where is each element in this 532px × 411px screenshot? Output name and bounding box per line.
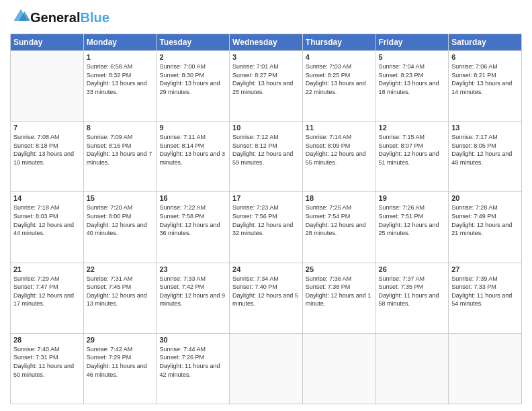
day-info: Sunrise: 7:28 AMSunset: 7:49 PMDaylight:… <box>451 203 519 237</box>
calendar-cell: 13Sunrise: 7:17 AMSunset: 8:05 PMDayligh… <box>449 122 522 192</box>
day-number: 17 <box>232 194 300 202</box>
calendar-cell: 8Sunrise: 7:09 AMSunset: 8:16 PMDaylight… <box>83 122 157 192</box>
week-row-2: 14Sunrise: 7:18 AMSunset: 8:03 PMDayligh… <box>11 192 522 263</box>
day-number: 11 <box>306 124 373 132</box>
weekday-header-friday: Friday <box>375 34 449 51</box>
calendar-cell: 2Sunrise: 7:00 AMSunset: 8:30 PMDaylight… <box>157 51 230 122</box>
day-number: 20 <box>451 194 519 202</box>
calendar-cell: 14Sunrise: 7:18 AMSunset: 8:03 PMDayligh… <box>11 192 84 263</box>
calendar-cell: 20Sunrise: 7:28 AMSunset: 7:49 PMDayligh… <box>449 192 522 263</box>
day-info: Sunrise: 7:22 AMSunset: 7:58 PMDaylight:… <box>159 203 226 237</box>
day-number: 27 <box>451 265 519 273</box>
calendar-cell: 28Sunrise: 7:40 AMSunset: 7:31 PMDayligh… <box>11 333 84 404</box>
day-info: Sunrise: 7:11 AMSunset: 8:14 PMDaylight:… <box>159 133 226 167</box>
day-info: Sunrise: 7:44 AMSunset: 7:26 PMDaylight:… <box>159 345 226 379</box>
day-info: Sunrise: 7:12 AMSunset: 8:12 PMDaylight:… <box>232 133 300 167</box>
week-row-0: 1Sunrise: 6:58 AMSunset: 8:32 PMDaylight… <box>11 51 522 122</box>
weekday-header-thursday: Thursday <box>302 34 375 51</box>
day-info: Sunrise: 7:08 AMSunset: 8:18 PMDaylight:… <box>13 133 81 167</box>
day-number: 10 <box>232 124 300 132</box>
calendar-cell: 3Sunrise: 7:01 AMSunset: 8:27 PMDaylight… <box>230 51 303 122</box>
calendar-cell: 23Sunrise: 7:33 AMSunset: 7:42 PMDayligh… <box>157 263 230 333</box>
day-number: 3 <box>232 53 300 61</box>
day-info: Sunrise: 7:15 AMSunset: 8:07 PMDaylight:… <box>379 133 446 167</box>
weekday-header-row: SundayMondayTuesdayWednesdayThursdayFrid… <box>11 34 522 51</box>
day-number: 14 <box>13 194 81 202</box>
day-number: 12 <box>379 124 446 132</box>
page: GeneralBlue SundayMondayTuesdayWednesday… <box>0 0 532 411</box>
calendar-cell: 17Sunrise: 7:23 AMSunset: 7:56 PMDayligh… <box>230 192 303 263</box>
week-row-3: 21Sunrise: 7:29 AMSunset: 7:47 PMDayligh… <box>11 263 522 333</box>
calendar-cell <box>302 333 375 404</box>
day-info: Sunrise: 7:23 AMSunset: 7:56 PMDaylight:… <box>232 203 300 237</box>
day-number: 13 <box>451 124 519 132</box>
day-info: Sunrise: 7:18 AMSunset: 8:03 PMDaylight:… <box>13 203 81 237</box>
day-number: 16 <box>159 194 226 202</box>
calendar-cell: 26Sunrise: 7:37 AMSunset: 7:35 PMDayligh… <box>375 263 449 333</box>
weekday-header-tuesday: Tuesday <box>157 34 230 51</box>
day-number: 24 <box>232 265 300 273</box>
calendar-cell: 21Sunrise: 7:29 AMSunset: 7:47 PMDayligh… <box>11 263 84 333</box>
calendar-cell: 19Sunrise: 7:26 AMSunset: 7:51 PMDayligh… <box>375 192 449 263</box>
calendar-cell: 22Sunrise: 7:31 AMSunset: 7:45 PMDayligh… <box>83 263 157 333</box>
week-row-1: 7Sunrise: 7:08 AMSunset: 8:18 PMDaylight… <box>11 122 522 192</box>
day-number: 6 <box>451 53 519 61</box>
weekday-header-sunday: Sunday <box>11 34 84 51</box>
day-number: 19 <box>379 194 446 202</box>
day-number: 4 <box>306 53 373 61</box>
logo-text: GeneralBlue <box>30 10 109 25</box>
calendar-cell: 11Sunrise: 7:14 AMSunset: 8:09 PMDayligh… <box>302 122 375 192</box>
calendar-cell: 10Sunrise: 7:12 AMSunset: 8:12 PMDayligh… <box>230 122 303 192</box>
day-number: 15 <box>87 194 154 202</box>
calendar-cell: 27Sunrise: 7:39 AMSunset: 7:33 PMDayligh… <box>449 263 522 333</box>
day-info: Sunrise: 7:20 AMSunset: 8:00 PMDaylight:… <box>87 203 154 237</box>
day-info: Sunrise: 7:26 AMSunset: 7:51 PMDaylight:… <box>379 203 446 237</box>
day-info: Sunrise: 7:40 AMSunset: 7:31 PMDaylight:… <box>13 345 81 379</box>
weekday-header-monday: Monday <box>83 34 157 51</box>
calendar-cell: 4Sunrise: 7:03 AMSunset: 8:25 PMDaylight… <box>302 51 375 122</box>
calendar-cell: 7Sunrise: 7:08 AMSunset: 8:18 PMDaylight… <box>11 122 84 192</box>
week-row-4: 28Sunrise: 7:40 AMSunset: 7:31 PMDayligh… <box>11 333 522 404</box>
day-info: Sunrise: 7:01 AMSunset: 8:27 PMDaylight:… <box>232 62 300 96</box>
day-info: Sunrise: 7:34 AMSunset: 7:40 PMDaylight:… <box>232 275 300 308</box>
day-number: 21 <box>13 265 81 273</box>
day-number: 2 <box>159 53 226 61</box>
day-number: 23 <box>159 265 226 273</box>
day-info: Sunrise: 7:17 AMSunset: 8:05 PMDaylight:… <box>451 133 519 167</box>
day-number: 25 <box>306 265 373 273</box>
day-number: 7 <box>13 124 81 132</box>
weekday-header-saturday: Saturday <box>449 34 522 51</box>
day-number: 29 <box>87 336 154 344</box>
calendar-table: SundayMondayTuesdayWednesdayThursdayFrid… <box>10 34 522 404</box>
calendar-cell: 30Sunrise: 7:44 AMSunset: 7:26 PMDayligh… <box>157 333 230 404</box>
calendar-cell: 15Sunrise: 7:20 AMSunset: 8:00 PMDayligh… <box>83 192 157 263</box>
calendar-cell <box>375 333 449 404</box>
day-number: 1 <box>87 53 154 61</box>
calendar-cell: 1Sunrise: 6:58 AMSunset: 8:32 PMDaylight… <box>83 51 157 122</box>
header: GeneralBlue <box>10 7 522 28</box>
day-info: Sunrise: 6:58 AMSunset: 8:32 PMDaylight:… <box>87 62 154 96</box>
day-number: 18 <box>306 194 373 202</box>
day-number: 28 <box>13 336 81 344</box>
day-info: Sunrise: 7:03 AMSunset: 8:25 PMDaylight:… <box>306 62 373 96</box>
day-info: Sunrise: 7:37 AMSunset: 7:35 PMDaylight:… <box>379 275 446 308</box>
day-info: Sunrise: 7:29 AMSunset: 7:47 PMDaylight:… <box>13 275 81 308</box>
day-info: Sunrise: 7:06 AMSunset: 8:21 PMDaylight:… <box>451 62 519 96</box>
calendar-cell: 24Sunrise: 7:34 AMSunset: 7:40 PMDayligh… <box>230 263 303 333</box>
day-number: 30 <box>159 336 226 344</box>
day-number: 22 <box>87 265 154 273</box>
day-info: Sunrise: 7:36 AMSunset: 7:38 PMDaylight:… <box>306 275 373 308</box>
day-number: 5 <box>379 53 446 61</box>
day-info: Sunrise: 7:00 AMSunset: 8:30 PMDaylight:… <box>159 62 226 96</box>
day-info: Sunrise: 7:39 AMSunset: 7:33 PMDaylight:… <box>451 275 519 308</box>
day-number: 9 <box>159 124 226 132</box>
calendar-cell <box>230 333 303 404</box>
calendar-cell: 12Sunrise: 7:15 AMSunset: 8:07 PMDayligh… <box>375 122 449 192</box>
calendar-cell: 9Sunrise: 7:11 AMSunset: 8:14 PMDaylight… <box>157 122 230 192</box>
calendar-cell: 16Sunrise: 7:22 AMSunset: 7:58 PMDayligh… <box>157 192 230 263</box>
day-info: Sunrise: 7:09 AMSunset: 8:16 PMDaylight:… <box>87 133 154 167</box>
day-info: Sunrise: 7:31 AMSunset: 7:45 PMDaylight:… <box>87 275 154 308</box>
day-info: Sunrise: 7:42 AMSunset: 7:29 PMDaylight:… <box>87 345 154 379</box>
logo: GeneralBlue <box>10 7 109 28</box>
day-info: Sunrise: 7:04 AMSunset: 8:23 PMDaylight:… <box>379 62 446 96</box>
